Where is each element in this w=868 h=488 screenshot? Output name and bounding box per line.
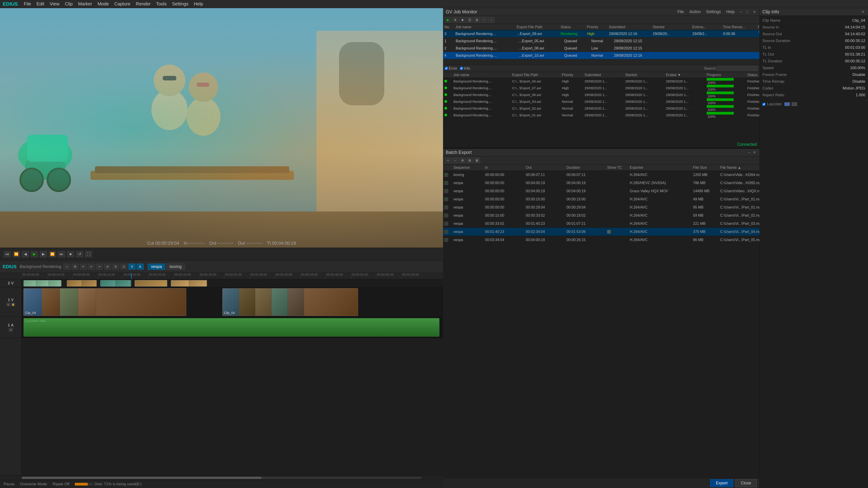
job-row-1[interactable]: 1 Background Rendering.... ...Export_05.… — [443, 37, 760, 45]
batch-row-5[interactable]: ✓ vespa 00:00:15:00 00:00:33:02 00:00:18… — [443, 212, 760, 220]
batch-row-1[interactable]: ✓ vespa 00:00:00:00 00:04:00:19 00:04:00… — [443, 179, 760, 187]
close-button[interactable]: Close — [735, 479, 757, 487]
clip-info-close[interactable]: ✕ — [860, 9, 865, 14]
batch-row-4[interactable]: ✓ vespa 00:00:00:00 00:00:29:04 00:00:29… — [443, 203, 760, 212]
btn-step-fwd[interactable]: ▶ — [40, 251, 47, 257]
v1-clip-second[interactable]: Clip_04 — [222, 288, 358, 316]
jm-minimize[interactable]: ─ — [738, 9, 743, 14]
track-mute-btn[interactable]: M — [6, 303, 10, 306]
btn-fwd-end[interactable]: ⏭ — [58, 251, 65, 257]
batch-td-tc[interactable]: ✓ — [606, 230, 628, 234]
btn-fullscreen[interactable]: ⛶ — [85, 251, 92, 257]
job-row-3[interactable]: 3 Background Rendering.... ...Export_09.… — [443, 30, 760, 37]
check-3[interactable]: ✓ — [444, 197, 448, 201]
batch-duplicate-btn[interactable]: ⊞ — [467, 158, 473, 163]
batch-td-check[interactable]: ✓ — [443, 214, 452, 217]
menu-settings[interactable]: Settings — [170, 1, 191, 7]
laycolor-checkbox[interactable] — [763, 103, 765, 106]
jm-pause-btn[interactable]: ⏸ — [452, 17, 458, 23]
batch-td-check[interactable]: ✓ — [443, 205, 452, 209]
audio-mute-btn[interactable]: M — [9, 328, 13, 332]
batch-td-check[interactable]: ✓ — [443, 181, 452, 185]
btn-step-back[interactable]: ◀ — [22, 251, 29, 257]
tl-btn-sync[interactable]: ⇅ — [112, 264, 119, 269]
seq-tab-vespa[interactable]: vespa — [148, 263, 165, 270]
check-4[interactable]: ✓ — [444, 205, 448, 209]
seq-tab-boxing[interactable]: boxing — [166, 263, 185, 270]
tl-btn-cut[interactable]: ✂ — [80, 264, 87, 269]
check-1[interactable]: ✓ — [444, 181, 448, 185]
v2-clip-1[interactable] — [24, 280, 61, 287]
batch-row-0[interactable]: ✓ boxing 00:00:00:00 00:06:07:11 00:06:0… — [443, 171, 760, 179]
batch-trash-btn[interactable]: 🗑 — [474, 158, 480, 163]
scrollbar-thumb[interactable] — [22, 477, 261, 479]
menu-view[interactable]: View — [48, 1, 62, 7]
check-5[interactable]: ✓ — [444, 214, 448, 217]
btn-play[interactable]: ▶ — [31, 251, 38, 257]
btn-rewind[interactable]: ⏪ — [13, 251, 20, 257]
btn-loop[interactable]: ↺ — [76, 251, 83, 257]
menu-marker[interactable]: Marker — [76, 1, 94, 7]
v2-clip-2[interactable] — [67, 280, 97, 287]
menu-edit[interactable]: Edit — [34, 1, 46, 7]
tl-btn-undo[interactable]: ↩ — [88, 264, 95, 269]
jm-table-btn[interactable]: ⊞ — [474, 17, 480, 23]
v2-clip-5[interactable] — [171, 280, 207, 287]
menu-help[interactable]: Help — [191, 1, 205, 7]
log-search-input[interactable] — [717, 66, 758, 71]
tl-btn-mode-v[interactable]: V — [129, 264, 135, 269]
batch-td-check[interactable]: ✓ — [443, 173, 452, 177]
batch-add-btn[interactable]: + — [445, 158, 451, 163]
batch-settings-btn[interactable]: ⚙ — [459, 158, 466, 163]
batch-td-check[interactable]: ✓ — [443, 222, 452, 225]
v2-clip-4[interactable] — [135, 280, 167, 287]
log-row-2[interactable]: Background Rendering.... C:\...\Export_0… — [443, 85, 760, 92]
btn-fwd[interactable]: ⏩ — [49, 251, 56, 257]
v1-clip-main[interactable]: Clip_04 — [24, 288, 186, 316]
menu-capture[interactable]: Capture — [112, 1, 133, 7]
log-row-5[interactable]: Background Rendering.... C:\...\Export_0… — [443, 105, 760, 112]
batch-row-7[interactable]: ✓ vespa 00:01:40:23 00:02:34:04 00:01:53… — [443, 228, 760, 236]
batch-td-check[interactable]: ✓ — [443, 197, 452, 201]
laycolor-swatch[interactable] — [784, 102, 790, 106]
jm-close[interactable]: ✕ — [752, 9, 757, 14]
log-row-6[interactable]: Background Rendering.... C:\...\Export_0… — [443, 112, 760, 119]
jm-menu-file[interactable]: File — [676, 9, 686, 14]
batch-td-check[interactable]: ✓ — [443, 230, 452, 234]
batch-row-6[interactable]: ✓ vespa 00:00:33:02 00:01:40:23 00:01:07… — [443, 220, 760, 228]
jm-stop-btn[interactable]: ■ — [459, 17, 466, 23]
batch-minimize[interactable]: ─ — [747, 150, 752, 155]
tl-btn-redo[interactable]: ↪ — [96, 264, 103, 269]
menu-render[interactable]: Render — [133, 1, 153, 7]
menu-mode[interactable]: Mode — [95, 1, 111, 7]
menu-clip[interactable]: Clip — [63, 1, 75, 7]
tl-btn-settings[interactable]: ⚙ — [72, 264, 79, 269]
tc-checked[interactable]: ✓ — [607, 230, 611, 234]
menu-tools[interactable]: Tools — [154, 1, 169, 7]
log-row-4[interactable]: Background Rendering.... C:\...\Export_0… — [443, 98, 760, 105]
check-0[interactable]: ✓ — [444, 173, 448, 177]
v2-clip-3[interactable] — [100, 280, 131, 287]
track-lock-btn[interactable]: 🔒 — [11, 303, 15, 306]
batch-row-3[interactable]: ✓ vespa 00:00:00:00 00:00:15:00 00:00:15… — [443, 195, 760, 203]
check-7[interactable]: ✓ — [444, 230, 448, 234]
jm-menu-action[interactable]: Action — [688, 9, 703, 14]
job-row-4[interactable]: 4 Background Rendering.... ...Export_10.… — [443, 52, 760, 59]
batch-td-check[interactable]: ✓ — [443, 238, 452, 242]
checkbox-error[interactable]: Error — [445, 66, 457, 71]
batch-close[interactable]: ✕ — [752, 150, 757, 155]
laycolor-swatch2[interactable] — [792, 102, 797, 106]
check-6[interactable]: ✓ — [444, 222, 448, 225]
menu-file[interactable]: File — [22, 1, 33, 7]
jm-down-btn[interactable]: ↓ — [488, 17, 495, 23]
checkbox-info[interactable]: Info — [460, 66, 470, 71]
btn-stop[interactable]: ■ — [67, 251, 74, 257]
btn-rewind-start[interactable]: ⏮ — [4, 251, 11, 257]
check-2[interactable]: ✓ — [444, 189, 448, 193]
jm-menu-settings[interactable]: Settings — [704, 9, 723, 14]
jm-maximize[interactable]: □ — [745, 9, 750, 14]
export-button[interactable]: Export — [710, 479, 733, 487]
error-checkbox[interactable] — [445, 67, 448, 70]
check-8[interactable]: ✓ — [444, 238, 448, 242]
tl-btn-mode-a[interactable]: A — [137, 264, 144, 269]
